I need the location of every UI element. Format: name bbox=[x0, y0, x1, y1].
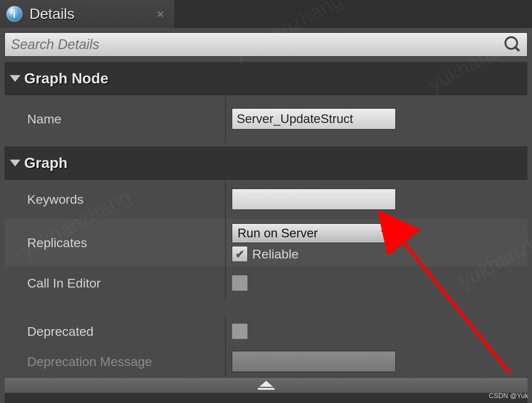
info-icon: i bbox=[6, 6, 23, 22]
row-deprecation-message: Deprecation Message bbox=[5, 346, 527, 377]
tab-title: Details bbox=[29, 6, 74, 22]
row-deprecated: Deprecated bbox=[5, 316, 527, 346]
section-title: Graph Node bbox=[24, 70, 108, 87]
search-input[interactable] bbox=[11, 37, 504, 52]
attribution-text: CSDN @Yuk bbox=[489, 392, 528, 400]
close-icon[interactable]: × bbox=[157, 7, 164, 21]
row-call-in-editor: Call In Editor bbox=[5, 266, 527, 300]
name-input[interactable] bbox=[232, 108, 396, 129]
label-keywords: Keywords bbox=[27, 192, 83, 207]
label-replicates: Replicates bbox=[27, 235, 87, 250]
row-keywords: Keywords bbox=[5, 180, 527, 219]
section-title: Graph bbox=[24, 155, 68, 171]
reliable-row: Reliable bbox=[232, 246, 299, 262]
chevron-up-icon bbox=[259, 381, 273, 387]
search-row bbox=[5, 32, 527, 57]
reliable-checkbox[interactable] bbox=[232, 246, 248, 262]
section-graph-header[interactable]: Graph bbox=[5, 146, 527, 180]
details-tab[interactable]: i Details × bbox=[0, 0, 175, 28]
row-spacer bbox=[5, 300, 527, 316]
label-call-in-editor: Call In Editor bbox=[27, 276, 101, 291]
row-name: Name bbox=[5, 95, 527, 143]
replicates-value: Run on Server bbox=[237, 226, 318, 240]
chevron-down-icon bbox=[10, 75, 20, 82]
label-deprecation-message: Deprecation Message bbox=[27, 354, 152, 369]
section-next-header[interactable]: X bbox=[5, 393, 527, 403]
deprecation-message-input bbox=[232, 351, 396, 372]
replicates-dropdown[interactable]: Run on Server bbox=[232, 223, 396, 243]
details-body: Graph Node Name Graph Keywords Replicate… bbox=[0, 62, 532, 403]
chevron-down-icon bbox=[381, 231, 390, 236]
reliable-label: Reliable bbox=[252, 247, 299, 261]
keywords-input[interactable] bbox=[232, 189, 396, 210]
call-in-editor-checkbox[interactable] bbox=[232, 275, 248, 291]
advanced-expand-toggle[interactable] bbox=[5, 377, 527, 392]
label-name: Name bbox=[27, 112, 62, 126]
row-replicates: Replicates Run on Server Reliable bbox=[5, 219, 527, 266]
search-wrap bbox=[0, 28, 532, 61]
section-graph-node-header[interactable]: Graph Node bbox=[5, 62, 527, 95]
deprecated-checkbox[interactable] bbox=[232, 323, 248, 339]
search-icon[interactable] bbox=[504, 36, 521, 53]
tab-bar: i Details × bbox=[0, 0, 532, 28]
chevron-down-icon bbox=[10, 160, 20, 166]
label-deprecated: Deprecated bbox=[27, 324, 94, 339]
